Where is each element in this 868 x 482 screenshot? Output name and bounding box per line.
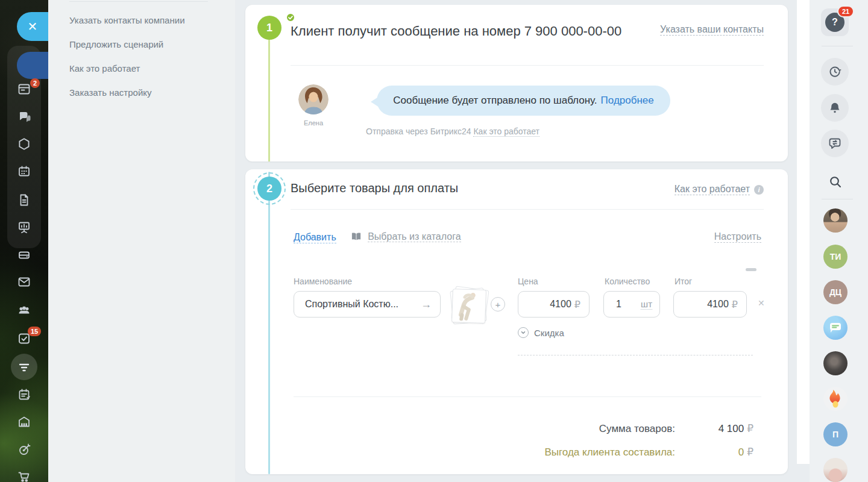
details-link[interactable]: Подробнее [601, 95, 654, 107]
remove-row-icon[interactable]: ✕ [758, 298, 765, 308]
send-via-note: Отправка через Битрикс24 Как это работае… [366, 127, 539, 136]
mail-icon[interactable] [17, 275, 31, 289]
column-name: Наименование [294, 277, 352, 286]
notifications-bell-icon[interactable] [821, 94, 849, 122]
discount-label: Скидка [534, 328, 564, 338]
chat-avatar-dc[interactable]: ДЦ [823, 280, 848, 304]
column-quantity: Количество [605, 277, 650, 286]
choose-from-catalog-link[interactable]: Выбрать из каталога [368, 231, 461, 242]
documents-icon[interactable] [17, 193, 31, 207]
active-section-pill[interactable] [17, 52, 48, 79]
configure-link[interactable]: Настроить [714, 231, 761, 243]
chat-avatar-cupcake[interactable] [823, 458, 848, 482]
bubble-text: Сообщение будет отправлено по шаблону. [393, 95, 597, 107]
marketing-target-icon[interactable] [17, 442, 31, 457]
menu-divider [69, 1, 208, 2]
menu-item-company-contacts[interactable]: Указать контакты компании [69, 15, 185, 25]
quantity-value: 1 [616, 299, 621, 310]
column-total: Итог [675, 277, 692, 286]
warehouse-icon[interactable] [17, 415, 31, 429]
planner-icon[interactable] [17, 387, 31, 402]
step1-card: 1 Клиент получит сообщение на номер 7 90… [245, 5, 788, 161]
sum-value: 4 100 [719, 423, 744, 434]
app-left-rail: ✕ 2 [0, 0, 48, 482]
crm-funnel-icon[interactable] [11, 354, 37, 380]
chat-avatar-p[interactable]: П [823, 422, 848, 446]
add-product-link[interactable]: Добавить [294, 232, 336, 243]
chat-avatar-photo[interactable] [823, 208, 848, 233]
open-product-arrow-icon[interactable]: → [421, 298, 432, 311]
search-icon[interactable] [828, 175, 843, 189]
product-name-input[interactable]: Спортивный Костю... → [294, 291, 441, 318]
benefit-row: Выгода клиента составила: 0₽ [544, 446, 753, 459]
fire-icon [826, 389, 844, 409]
add-photo-button[interactable]: + [491, 297, 505, 311]
unit-selector[interactable]: шт [641, 299, 652, 310]
open-lines-chat-icon[interactable] [821, 130, 849, 157]
help-badge: 21 [837, 5, 854, 17]
template-message-bubble: Сообщение будет отправлено по шаблону. П… [377, 86, 670, 116]
row-total-currency: ₽ [732, 299, 738, 310]
time-management-icon[interactable] [821, 58, 849, 86]
discount-toggle[interactable]: Скидка [518, 327, 564, 338]
price-value: 4100 [550, 299, 571, 310]
chat-avatar-fire[interactable] [823, 387, 848, 411]
step1-done-check-icon [286, 13, 295, 22]
close-icon: ✕ [28, 19, 38, 34]
sum-row: Сумма товаров: 4 100₽ [599, 422, 753, 435]
chat-avatar-channel[interactable] [823, 316, 848, 340]
discount-dashed-divider [518, 355, 753, 355]
avatar-name: Елена [291, 119, 336, 127]
messenger-icon[interactable] [17, 110, 31, 124]
menu-item-suggest-scenario[interactable]: Предложить сценарий [69, 39, 163, 49]
product-photo[interactable] [450, 287, 489, 326]
step2-title: Выберите товары для оплаты [291, 181, 458, 195]
close-menu-button[interactable]: ✕ [17, 12, 48, 41]
right-icon-rail: ? 21 ТИ ДЦ [810, 0, 868, 482]
live-feed-icon[interactable]: 2 [17, 82, 31, 96]
product-name-value: Спортивный Костю... [305, 299, 421, 310]
sum-label: Сумма товаров: [599, 423, 675, 435]
chat-avatar-photo-dark[interactable] [823, 351, 848, 375]
step2-progress-line [268, 172, 270, 474]
drive-icon[interactable] [17, 248, 31, 262]
menu-item-how-it-works[interactable]: Как это работает [69, 63, 140, 74]
scrollbar-track[interactable]: ▲ [797, 0, 810, 464]
sites-icon[interactable] [17, 220, 31, 234]
step2-number-badge: 2 [257, 177, 281, 201]
info-icon[interactable]: i [754, 185, 764, 195]
mini-scrollbar[interactable] [746, 268, 756, 271]
menu-item-order-setup[interactable]: Заказать настройку [69, 87, 152, 98]
chat-avatar-ti[interactable]: ТИ [823, 245, 848, 269]
product-photo-person [455, 290, 483, 322]
step2-how-it-works: Как это работает i [675, 184, 764, 195]
step1-title: Клиент получит сообщение на номер 7 900 … [291, 22, 628, 40]
product-actions: Добавить Выбрать из каталога [294, 231, 461, 244]
step1-progress-line [268, 28, 270, 161]
avatar [298, 84, 329, 114]
marketplace-icon[interactable] [17, 137, 31, 151]
row-total-value: 4100 [707, 299, 729, 310]
specify-your-contacts-link[interactable]: Указать ваши контакты [660, 24, 764, 36]
rail-divider [822, 199, 853, 199]
chevron-down-icon [518, 327, 529, 338]
shop-cart-icon[interactable] [17, 469, 31, 482]
quantity-input[interactable]: 1 шт [603, 291, 660, 318]
catalog-book-icon [351, 233, 364, 243]
step1-divider [291, 65, 764, 66]
calendar-icon[interactable] [17, 164, 31, 178]
price-input[interactable]: 4100 ₽ [518, 291, 590, 318]
step2-card: 2 Выберите товары для оплаты Как это раб… [245, 169, 788, 474]
tasks-icon[interactable]: 15 [17, 331, 31, 346]
helper-menu-panel: Указать контакты компании Предложить сце… [48, 0, 235, 482]
how-it-works-link[interactable]: Как это работает [473, 127, 539, 137]
chat-bubble-icon [828, 321, 843, 335]
benefit-label: Выгода клиента составила: [544, 446, 675, 459]
how-it-works-link[interactable]: Как это работает [675, 184, 750, 195]
column-price: Цена [518, 277, 538, 286]
catalog-action[interactable]: Выбрать из каталога [351, 231, 461, 244]
live-feed-badge: 2 [30, 78, 40, 88]
row-total: 4100 ₽ [673, 291, 747, 318]
rail-divider [822, 46, 853, 46]
employees-icon[interactable] [17, 303, 31, 318]
